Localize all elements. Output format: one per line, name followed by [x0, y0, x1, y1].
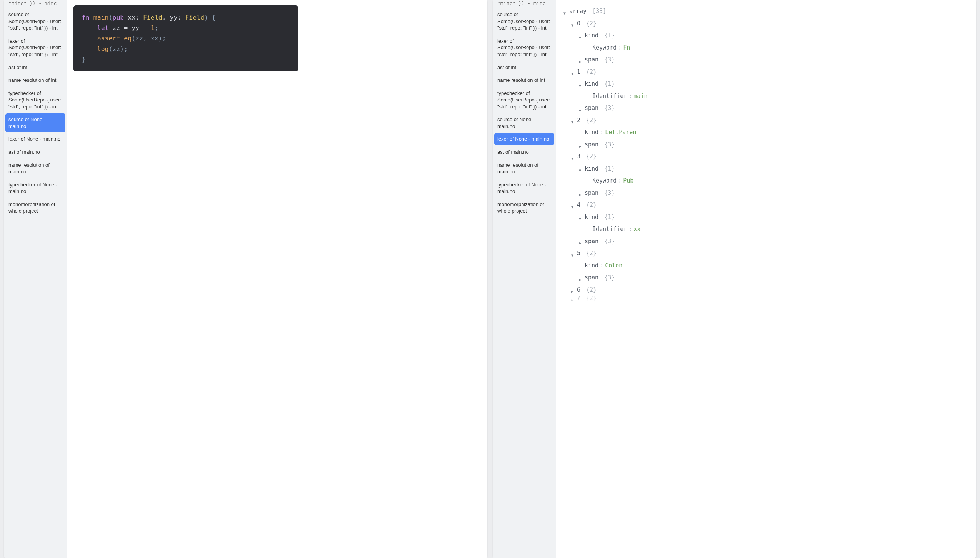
caret-icon: ▼: [570, 70, 575, 74]
caret-icon: ▼: [578, 215, 582, 219]
caret-icon: ▼: [570, 251, 575, 256]
right-panel: "mimc" }) - mimcsource of Some(UserRepo …: [493, 0, 976, 558]
caret-icon: [578, 130, 582, 135]
tree-row[interactable]: ▼kind {1}: [562, 211, 966, 224]
tree-row[interactable]: Identifier:xx: [562, 223, 966, 236]
sidebar-truncated-top: "mimc" }) - mimc: [5, 1, 65, 8]
tree-row[interactable]: ▶span {3}: [562, 236, 966, 248]
tree-row[interactable]: ▼kind {1}: [562, 30, 966, 42]
tree-row[interactable]: kind:Colon: [562, 260, 966, 272]
caret-icon: [585, 227, 590, 232]
caret-icon: ▼: [578, 33, 582, 38]
caret-icon: ▼: [578, 166, 582, 171]
caret-icon: [585, 45, 590, 50]
sidebar-item[interactable]: lexer of Some(UserRepo { user: "std", re…: [5, 35, 65, 61]
caret-icon: [585, 179, 590, 183]
tree-row[interactable]: Keyword:Pub: [562, 175, 966, 187]
sidebar-item[interactable]: typechecker of None - main.no: [494, 179, 554, 198]
caret-icon: ▶: [578, 191, 582, 195]
tree-row[interactable]: ▶span {3}: [562, 102, 966, 115]
tree-row[interactable]: ▼1 {2}: [562, 66, 966, 78]
tree-row[interactable]: ▶span {3}: [562, 187, 966, 199]
sidebar-item[interactable]: typechecker of Some(UserRepo { user: "st…: [494, 87, 554, 113]
sidebar-item[interactable]: name resolution of int: [5, 74, 65, 86]
right-content: ▼array [33]▼0 {2}▼kind {1}Keyword:Fn▶spa…: [556, 0, 976, 558]
right-sidebar[interactable]: "mimc" }) - mimcsource of Some(UserRepo …: [493, 0, 556, 558]
caret-icon: ▼: [562, 9, 567, 14]
left-sidebar[interactable]: "mimc" }) - mimcsource of Some(UserRepo …: [4, 0, 67, 558]
tree-row[interactable]: ▼3 {2}: [562, 151, 966, 163]
caret-icon: ▶: [578, 106, 582, 111]
sidebar-item[interactable]: typechecker of Some(UserRepo { user: "st…: [5, 87, 65, 113]
sidebar-item[interactable]: source of Some(UserRepo { user: "std", r…: [5, 8, 65, 34]
tree-row[interactable]: ▼4 {2}: [562, 199, 966, 211]
tree-row[interactable]: ▼kind {1}: [562, 78, 966, 90]
caret-icon: ▶: [578, 276, 582, 280]
tree-row[interactable]: ▶span {3}: [562, 54, 966, 66]
json-tree[interactable]: ▼array [33]▼0 {2}▼kind {1}Keyword:Fn▶spa…: [562, 5, 970, 301]
tree-row[interactable]: ▶span {3}: [562, 139, 966, 151]
caret-icon: [578, 263, 582, 268]
tree-row[interactable]: Keyword:Fn: [562, 42, 966, 54]
tree-row[interactable]: ▼2 {2}: [562, 115, 966, 127]
code-block: fn main(pub xx: Field, yy: Field) { let …: [73, 5, 298, 71]
caret-icon: ▶: [570, 287, 575, 292]
tree-row[interactable]: kind:LeftParen: [562, 126, 966, 139]
sidebar-item[interactable]: ast of int: [5, 61, 65, 74]
sidebar-item[interactable]: source of Some(UserRepo { user: "std", r…: [494, 8, 554, 34]
tree-row[interactable]: ▶6 {2}: [562, 284, 966, 296]
caret-icon: ▶: [578, 142, 582, 147]
caret-icon: ▼: [570, 203, 575, 208]
sidebar-item[interactable]: source of None - main.no: [5, 113, 65, 132]
tree-row[interactable]: ▶span {3}: [562, 272, 966, 284]
caret-icon: ▼: [570, 118, 575, 123]
tree-row[interactable]: ▼0 {2}: [562, 18, 966, 30]
caret-icon: ▼: [570, 154, 575, 159]
sidebar-item[interactable]: ast of int: [494, 61, 554, 74]
left-content: fn main(pub xx: Field, yy: Field) { let …: [67, 0, 487, 558]
tree-row[interactable]: ▶7 {2}: [562, 296, 966, 301]
sidebar-item[interactable]: name resolution of int: [494, 74, 554, 86]
tree-row[interactable]: ▼5 {2}: [562, 247, 966, 260]
tree-row[interactable]: Identifier:main: [562, 90, 966, 103]
tree-row[interactable]: ▼kind {1}: [562, 163, 966, 175]
caret-icon: ▶: [570, 296, 575, 301]
sidebar-item[interactable]: lexer of Some(UserRepo { user: "std", re…: [494, 35, 554, 61]
sidebar-item[interactable]: ast of main.no: [5, 146, 65, 158]
caret-icon: ▼: [570, 21, 575, 26]
tree-row[interactable]: ▼array [33]: [562, 5, 966, 18]
sidebar-item[interactable]: ast of main.no: [494, 146, 554, 158]
sidebar-item[interactable]: name resolution of main.no: [5, 159, 65, 178]
caret-icon: ▼: [578, 82, 582, 86]
sidebar-item[interactable]: lexer of None - main.no: [494, 133, 554, 145]
app-root: "mimc" }) - mimcsource of Some(UserRepo …: [0, 0, 980, 558]
sidebar-item[interactable]: name resolution of main.no: [494, 159, 554, 178]
sidebar-item[interactable]: lexer of None - main.no: [5, 133, 65, 145]
caret-icon: ▶: [578, 239, 582, 244]
caret-icon: ▶: [578, 58, 582, 62]
caret-icon: [585, 94, 590, 98]
sidebar-truncated-top: "mimc" }) - mimc: [494, 1, 554, 8]
sidebar-item[interactable]: source of None - main.no: [494, 113, 554, 132]
sidebar-item[interactable]: monomorphization of whole project: [494, 198, 554, 217]
sidebar-item[interactable]: monomorphization of whole project: [5, 198, 65, 217]
left-panel: "mimc" }) - mimcsource of Some(UserRepo …: [4, 0, 487, 558]
sidebar-item[interactable]: typechecker of None - main.no: [5, 179, 65, 198]
